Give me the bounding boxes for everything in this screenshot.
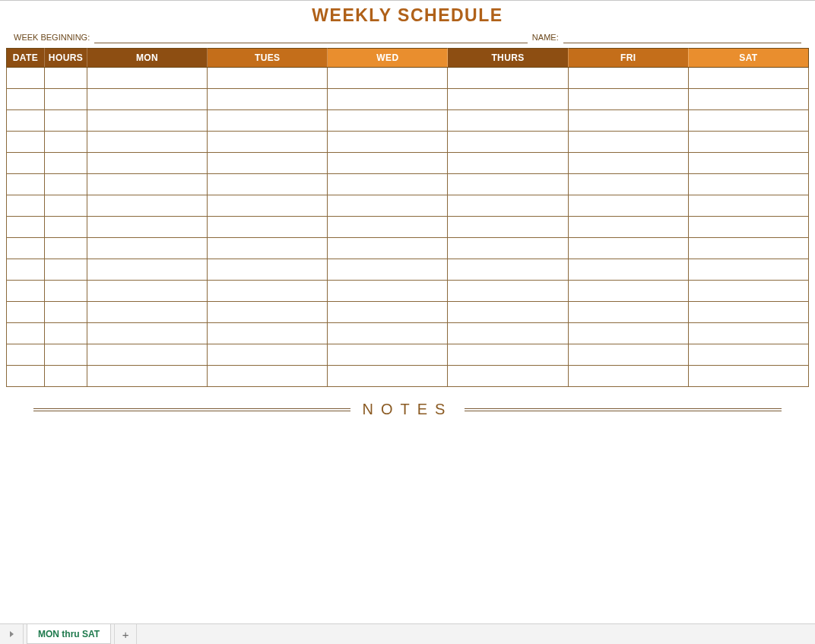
cell[interactable] [328, 174, 448, 195]
cell[interactable] [688, 68, 808, 89]
cell[interactable] [328, 132, 448, 153]
cell[interactable] [568, 344, 688, 366]
cell[interactable] [45, 174, 87, 195]
cell[interactable] [688, 323, 808, 344]
cell[interactable] [448, 217, 568, 238]
cell[interactable] [208, 110, 328, 132]
week-beginning-field[interactable] [94, 32, 528, 43]
name-field[interactable] [563, 32, 801, 43]
cell[interactable] [328, 110, 448, 132]
cell[interactable] [7, 344, 45, 366]
cell[interactable] [87, 195, 208, 217]
cell[interactable] [568, 366, 688, 387]
cell[interactable] [688, 302, 808, 323]
cell[interactable] [448, 132, 568, 153]
cell[interactable] [208, 344, 328, 366]
sheet-tab-active[interactable]: MON thru SAT [27, 624, 111, 644]
cell[interactable] [45, 89, 87, 110]
cell[interactable] [7, 281, 45, 302]
cell[interactable] [688, 217, 808, 238]
cell[interactable] [208, 195, 328, 217]
cell[interactable] [688, 89, 808, 110]
cell[interactable] [7, 174, 45, 195]
cell[interactable] [87, 238, 208, 259]
cell[interactable] [208, 259, 328, 281]
cell[interactable] [45, 68, 87, 89]
cell[interactable] [45, 195, 87, 217]
cell[interactable] [87, 302, 208, 323]
cell[interactable] [328, 281, 448, 302]
cell[interactable] [7, 217, 45, 238]
cell[interactable] [568, 153, 688, 174]
cell[interactable] [328, 195, 448, 217]
cell[interactable] [87, 323, 208, 344]
cell[interactable] [208, 153, 328, 174]
cell[interactable] [87, 259, 208, 281]
cell[interactable] [208, 174, 328, 195]
cell[interactable] [448, 174, 568, 195]
cell[interactable] [568, 174, 688, 195]
cell[interactable] [45, 259, 87, 281]
cell[interactable] [448, 68, 568, 89]
cell[interactable] [448, 238, 568, 259]
cell[interactable] [688, 195, 808, 217]
cell[interactable] [7, 323, 45, 344]
cell[interactable] [45, 110, 87, 132]
cell[interactable] [45, 132, 87, 153]
cell[interactable] [208, 366, 328, 387]
cell[interactable] [568, 110, 688, 132]
cell[interactable] [688, 238, 808, 259]
cell[interactable] [448, 344, 568, 366]
cell[interactable] [688, 366, 808, 387]
cell[interactable] [448, 110, 568, 132]
cell[interactable] [688, 259, 808, 281]
cell[interactable] [448, 259, 568, 281]
cell[interactable] [688, 281, 808, 302]
cell[interactable] [568, 238, 688, 259]
cell[interactable] [568, 302, 688, 323]
cell[interactable] [45, 366, 87, 387]
cell[interactable] [87, 366, 208, 387]
cell[interactable] [328, 259, 448, 281]
cell[interactable] [568, 89, 688, 110]
cell[interactable] [328, 217, 448, 238]
cell[interactable] [45, 323, 87, 344]
cell[interactable] [45, 281, 87, 302]
cell[interactable] [328, 366, 448, 387]
cell[interactable] [87, 153, 208, 174]
cell[interactable] [448, 89, 568, 110]
cell[interactable] [328, 344, 448, 366]
cell[interactable] [208, 68, 328, 89]
cell[interactable] [568, 195, 688, 217]
cell[interactable] [688, 344, 808, 366]
cell[interactable] [87, 281, 208, 302]
cell[interactable] [45, 302, 87, 323]
cell[interactable] [688, 153, 808, 174]
cell[interactable] [7, 110, 45, 132]
cell[interactable] [568, 68, 688, 89]
cell[interactable] [568, 132, 688, 153]
cell[interactable] [448, 195, 568, 217]
cell[interactable] [87, 132, 208, 153]
cell[interactable] [7, 302, 45, 323]
cell[interactable] [7, 366, 45, 387]
cell[interactable] [448, 323, 568, 344]
cell[interactable] [7, 132, 45, 153]
cell[interactable] [87, 344, 208, 366]
cell[interactable] [7, 195, 45, 217]
cell[interactable] [87, 68, 208, 89]
cell[interactable] [7, 89, 45, 110]
cell[interactable] [87, 110, 208, 132]
cell[interactable] [208, 323, 328, 344]
cell[interactable] [688, 132, 808, 153]
cell[interactable] [448, 281, 568, 302]
cell[interactable] [568, 259, 688, 281]
cell[interactable] [328, 153, 448, 174]
cell[interactable] [7, 68, 45, 89]
cell[interactable] [208, 217, 328, 238]
cell[interactable] [208, 281, 328, 302]
cell[interactable] [328, 323, 448, 344]
cell[interactable] [208, 132, 328, 153]
cell[interactable] [208, 302, 328, 323]
cell[interactable] [568, 217, 688, 238]
